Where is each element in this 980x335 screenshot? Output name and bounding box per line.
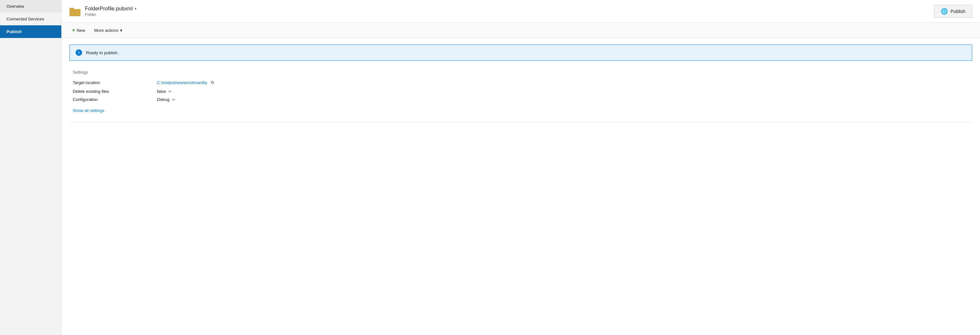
profile-name: FolderProfile.pubxml — [85, 6, 133, 12]
publish-button-label: Publish — [950, 9, 966, 14]
profile-dropdown-arrow[interactable]: ▾ — [135, 6, 137, 11]
header-subtitle: Folder — [85, 12, 137, 17]
configuration-label: Configuration — [73, 97, 157, 102]
more-actions-label: More actions — [94, 28, 118, 33]
copy-icon[interactable]: ⧉ — [210, 79, 215, 86]
header: FolderProfile.pubxml ▾ Folder 🌐 Publish — [62, 0, 980, 23]
sidebar: Overview Connected Services Publish — [0, 0, 62, 335]
delete-existing-text: false — [157, 89, 166, 94]
settings-section: Settings Target location C:\inetpub\wwwr… — [70, 70, 972, 113]
header-left: FolderProfile.pubxml ▾ Folder — [70, 6, 137, 17]
configuration-value: Debug ✏ — [157, 97, 175, 102]
toolbar: + New More actions ▾ — [62, 23, 980, 38]
settings-row-configuration: Configuration Debug ✏ — [73, 97, 969, 102]
new-button[interactable]: + New — [68, 26, 89, 35]
publish-globe-icon: 🌐 — [941, 8, 948, 15]
settings-row-target-location: Target location C:\inetpub\wwwroot\vanil… — [73, 79, 969, 86]
show-all-settings-link[interactable]: Show all settings — [73, 108, 105, 113]
svg-rect-2 — [70, 9, 81, 16]
header-title-group: FolderProfile.pubxml ▾ Folder — [85, 6, 137, 17]
sidebar-item-publish[interactable]: Publish — [0, 26, 61, 38]
delete-existing-label: Delete existing files — [73, 89, 157, 94]
settings-table: Target location C:\inetpub\wwwroot\vanil… — [73, 79, 969, 102]
delete-existing-value: false ✏ — [157, 89, 172, 94]
main-content: FolderProfile.pubxml ▾ Folder 🌐 Publish … — [62, 0, 980, 335]
info-banner: i Ready to publish. — [70, 45, 972, 61]
more-actions-arrow-icon: ▾ — [120, 28, 123, 33]
configuration-edit-icon[interactable]: ✏ — [172, 97, 175, 102]
settings-section-title: Settings — [73, 70, 969, 75]
settings-row-delete-existing: Delete existing files false ✏ — [73, 89, 969, 94]
target-location-value: C:\inetpub\wwwroot\vanilla ⧉ — [157, 79, 215, 86]
sidebar-item-connected-services[interactable]: Connected Services — [0, 13, 61, 26]
header-title-row: FolderProfile.pubxml ▾ — [85, 6, 137, 12]
target-location-link[interactable]: C:\inetpub\wwwroot\vanilla — [157, 80, 207, 85]
folder-icon — [70, 6, 81, 16]
target-location-label: Target location — [73, 80, 157, 85]
info-circle-icon: i — [76, 49, 82, 56]
info-banner-message: Ready to publish. — [86, 50, 118, 55]
configuration-text: Debug — [157, 97, 169, 102]
new-button-label: New — [76, 28, 85, 33]
content-area: i Ready to publish. Settings Target loca… — [62, 38, 980, 335]
delete-existing-edit-icon[interactable]: ✏ — [169, 89, 172, 94]
more-actions-button[interactable]: More actions ▾ — [90, 26, 126, 35]
show-all-settings-container: Show all settings — [73, 108, 105, 113]
publish-button-main[interactable]: 🌐 Publish — [934, 5, 972, 18]
sidebar-item-overview[interactable]: Overview — [0, 0, 61, 13]
plus-icon: + — [72, 27, 75, 33]
